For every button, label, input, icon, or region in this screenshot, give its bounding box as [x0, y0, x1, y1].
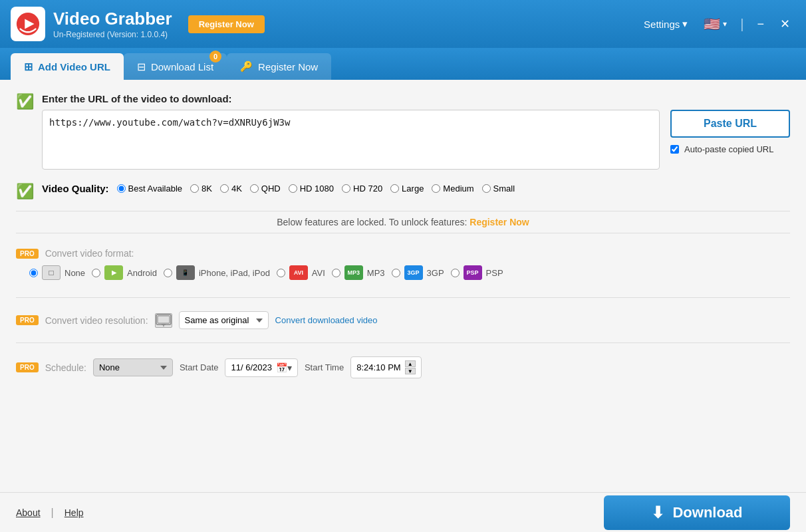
convert-resolution-section: PRO Convert video resolution: Same as or… [16, 311, 790, 329]
minimize-button[interactable]: − [751, 15, 769, 34]
quality-check-icon: ✅ [16, 183, 34, 200]
quality-medium-label: Medium [443, 184, 473, 194]
download-button[interactable]: ⬇ Download [604, 495, 790, 530]
quality-small-label: Small [493, 184, 515, 194]
format-iphone-label: iPhone, iPad, iPod [199, 268, 270, 278]
close-button[interactable]: ✕ [775, 14, 795, 34]
convert-format-label: Convert video format: [45, 248, 134, 259]
quality-qhd[interactable]: QHD [250, 184, 281, 194]
format-psp-radio[interactable] [451, 269, 460, 277]
format-iphone[interactable]: 📱 iPhone, iPad, iPod [164, 265, 270, 280]
paste-url-button[interactable]: Paste URL [670, 110, 790, 138]
main-content: ✅ Enter the URL of the video to download… [0, 80, 806, 492]
format-psp-icon: PSP [464, 265, 482, 280]
titlebar-divider: | [740, 17, 743, 32]
convert-format-pro-badge: PRO [16, 249, 39, 259]
format-avi[interactable]: AVI AVI [277, 265, 325, 280]
format-psp[interactable]: PSP PSP [451, 265, 503, 280]
tab-add-video-url[interactable]: ⊞ Add Video URL [11, 53, 124, 80]
quality-4k-label: 4K [231, 184, 242, 194]
quality-hd1080-radio[interactable] [289, 184, 297, 193]
quality-hd720[interactable]: HD 720 [342, 184, 382, 194]
tab-register-now[interactable]: 🔑 Register Now [227, 53, 331, 80]
quality-hd720-label: HD 720 [353, 184, 382, 194]
format-3gp[interactable]: 3GP 3GP [392, 265, 444, 280]
format-mp3-icon: MP3 [344, 265, 363, 280]
resolution-dropdown[interactable]: Same as original 1080p 720p 480p 360p 24… [179, 311, 269, 329]
language-button[interactable]: 🇺🇸 ▾ [698, 13, 732, 35]
quality-8k-radio[interactable] [190, 184, 199, 193]
tab-bar: ⊞ Add Video URL ⊟ Download List 0 🔑 Regi… [0, 48, 806, 80]
add-url-tab-icon: ⊞ [24, 61, 33, 73]
format-iphone-radio[interactable] [164, 269, 172, 277]
format-3gp-icon: 3GP [404, 265, 423, 280]
format-mp3[interactable]: MP3 MP3 [332, 265, 385, 280]
quality-small[interactable]: Small [482, 184, 515, 194]
quality-8k[interactable]: 8K [190, 184, 212, 194]
bottom-bar: About | Help ⬇ Download [0, 492, 806, 532]
calendar-icon[interactable]: 📅▾ [276, 362, 292, 373]
quality-qhd-radio[interactable] [250, 184, 259, 193]
convert-resolution-label: Convert video resolution: [45, 315, 148, 326]
format-3gp-radio[interactable] [392, 269, 400, 277]
quality-large-label: Large [402, 184, 424, 194]
schedule-dropdown[interactable]: None Once Daily Weekly [93, 358, 173, 376]
quality-medium-radio[interactable] [432, 184, 440, 193]
start-date-label: Start Date [180, 362, 219, 372]
auto-paste-label: Auto-paste copied URL [684, 144, 773, 154]
quality-medium[interactable]: Medium [432, 184, 473, 194]
format-android-label: Android [127, 268, 157, 278]
format-none-label: None [65, 268, 85, 278]
time-down-button[interactable]: ▼ [405, 368, 416, 374]
divider-2 [16, 342, 790, 343]
start-date-input: 11/ 6/2023 📅▾ [225, 358, 297, 377]
schedule-pro-badge: PRO [16, 362, 39, 372]
quality-small-radio[interactable] [482, 184, 491, 193]
format-none-radio[interactable] [29, 269, 38, 277]
format-none-icon: □ [42, 265, 61, 280]
quality-hd720-radio[interactable] [342, 184, 350, 193]
format-options-row: □ None ▶ Android 📱 iPhone, iPad, iPod AV… [16, 265, 790, 280]
quality-hd1080[interactable]: HD 1080 [289, 184, 334, 194]
tab-download-list[interactable]: ⊟ Download List 0 [124, 53, 227, 80]
url-textarea[interactable]: https://www.youtube.com/watch?v=dXNRUy6j… [42, 110, 660, 170]
url-section: ✅ Enter the URL of the video to download… [16, 93, 790, 172]
title-bar: Video Grabber Un-Registered (Version: 1.… [0, 0, 806, 48]
about-link[interactable]: About [16, 507, 41, 518]
format-iphone-icon: 📱 [176, 265, 195, 280]
quality-large-radio[interactable] [390, 184, 399, 193]
locked-register-link[interactable]: Register Now [470, 217, 529, 227]
flag-icon: 🇺🇸 [704, 16, 720, 32]
schedule-section: PRO Schedule: None Once Daily Weekly Sta… [16, 356, 790, 378]
quality-4k[interactable]: 4K [220, 184, 242, 194]
quality-label: Video Quality: [42, 183, 109, 194]
format-android-radio[interactable] [92, 269, 100, 277]
url-check-icon: ✅ [16, 93, 34, 110]
quality-best[interactable]: Best Available [117, 184, 182, 194]
tab-download-list-label: Download List [151, 61, 213, 72]
app-subtitle: Un-Registered (Version: 1.0.0.4) [53, 30, 172, 39]
format-mp3-radio[interactable] [332, 269, 340, 277]
format-avi-radio[interactable] [277, 269, 285, 277]
download-list-badge: 0 [209, 51, 221, 63]
auto-paste-row: Auto-paste copied URL [670, 144, 773, 154]
auto-paste-checkbox[interactable] [670, 145, 679, 154]
format-none[interactable]: □ None [29, 265, 85, 280]
help-link[interactable]: Help [65, 507, 84, 518]
time-up-button[interactable]: ▲ [405, 360, 416, 367]
schedule-label: Schedule: [45, 362, 86, 373]
quality-large[interactable]: Large [390, 184, 424, 194]
quality-hd1080-label: HD 1080 [300, 184, 334, 194]
quality-4k-radio[interactable] [220, 184, 229, 193]
format-3gp-label: 3GP [427, 268, 444, 278]
format-android[interactable]: ▶ Android [92, 265, 157, 280]
start-time-label: Start Time [305, 362, 344, 372]
register-tab-icon: 🔑 [240, 61, 253, 72]
title-register-button[interactable]: Register Now [188, 15, 265, 33]
download-list-tab-icon: ⊟ [137, 61, 146, 73]
url-section-label: Enter the URL of the video to download: [42, 93, 790, 104]
settings-button[interactable]: Settings ▾ [638, 15, 693, 33]
convert-downloaded-link[interactable]: Convert downloaded video [275, 315, 378, 325]
quality-best-radio[interactable] [117, 184, 126, 193]
footer-divider: | [51, 507, 54, 519]
